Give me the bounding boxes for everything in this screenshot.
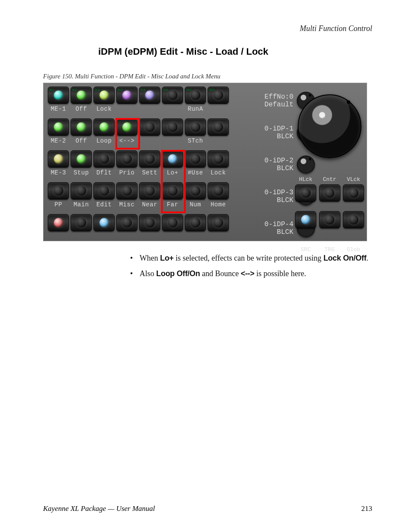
term: Lo+ bbox=[160, 254, 174, 262]
panel-button[interactable]: K6 bbox=[162, 87, 183, 104]
panel-button[interactable] bbox=[139, 118, 160, 136]
led-indicator bbox=[100, 218, 109, 227]
panel-button[interactable] bbox=[93, 150, 115, 168]
panel-button[interactable] bbox=[208, 118, 229, 136]
led-indicator bbox=[191, 186, 200, 196]
panel-button[interactable] bbox=[185, 182, 206, 199]
button-label: Sett bbox=[139, 169, 160, 176]
text: When bbox=[140, 254, 160, 262]
panel-button[interactable] bbox=[71, 118, 92, 136]
led-indicator bbox=[214, 186, 223, 196]
led-indicator bbox=[77, 154, 86, 164]
panel-button[interactable] bbox=[162, 150, 183, 168]
key-tag: W1 bbox=[187, 88, 192, 92]
button-label: <--> bbox=[116, 137, 137, 144]
button-label: Lo+ bbox=[162, 169, 183, 176]
panel-button[interactable] bbox=[48, 182, 69, 199]
led-indicator bbox=[191, 154, 200, 164]
right-label: Cntr bbox=[319, 176, 340, 183]
panel-button[interactable] bbox=[71, 150, 92, 168]
panel-button[interactable]: W2 bbox=[208, 87, 229, 104]
panel-button[interactable] bbox=[48, 150, 69, 168]
panel-button[interactable] bbox=[71, 182, 92, 199]
led-indicator bbox=[214, 218, 223, 227]
panel-button[interactable] bbox=[185, 118, 206, 136]
text: . bbox=[366, 254, 368, 262]
key-tag: K5 bbox=[141, 88, 145, 92]
led-indicator bbox=[100, 122, 109, 132]
panel-row: ME-3StupDfltPrioSettLo+#UseLock bbox=[48, 150, 230, 182]
panel-button[interactable]: K1 bbox=[48, 87, 69, 104]
panel-button[interactable] bbox=[116, 150, 137, 168]
panel-button[interactable] bbox=[208, 214, 229, 231]
button-label bbox=[162, 137, 183, 144]
panel-button[interactable] bbox=[319, 184, 340, 202]
led-indicator bbox=[168, 186, 177, 196]
panel-button[interactable] bbox=[208, 182, 229, 199]
button-label: Prio bbox=[116, 169, 137, 176]
panel-button[interactable] bbox=[162, 182, 183, 199]
text: Also bbox=[140, 269, 156, 278]
panel-button[interactable] bbox=[139, 150, 160, 168]
led-indicator bbox=[77, 122, 86, 132]
panel-button[interactable] bbox=[162, 118, 183, 136]
button-label: Main bbox=[71, 201, 92, 208]
knob-label: EffNo:0Default bbox=[237, 93, 293, 109]
button-label: Lock bbox=[93, 106, 115, 112]
panel-button[interactable]: K2 bbox=[71, 87, 92, 104]
footer-book: Kayenne XL Package — User Manual bbox=[43, 504, 155, 513]
right-label: Glob bbox=[343, 246, 364, 253]
panel-button[interactable] bbox=[93, 214, 115, 231]
panel-button[interactable] bbox=[208, 150, 229, 168]
panel-button[interactable]: K5 bbox=[139, 87, 160, 104]
panel-button[interactable] bbox=[295, 211, 316, 228]
key-tag: K4 bbox=[118, 88, 122, 92]
knob-label: 0-iDP-2BLCK bbox=[237, 157, 293, 172]
panel-button[interactable] bbox=[139, 182, 160, 199]
led-indicator bbox=[191, 90, 200, 100]
panel-button[interactable] bbox=[116, 214, 137, 231]
control-panel-figure: K1K2K3K4K5K6W1W2ME-1OffLockRunAME-2OffLo… bbox=[43, 83, 367, 241]
panel-button[interactable] bbox=[48, 214, 69, 231]
key-tag: K3 bbox=[95, 88, 100, 92]
panel-button[interactable] bbox=[93, 182, 115, 199]
panel-button[interactable] bbox=[116, 182, 137, 199]
button-label: Stup bbox=[71, 169, 92, 176]
button-label bbox=[208, 137, 229, 144]
jog-wheel[interactable] bbox=[298, 94, 361, 158]
panel-row: PPMainEditMiscNearFarNumHome bbox=[48, 182, 230, 214]
panel-button[interactable]: W1 bbox=[185, 87, 206, 104]
panel-button[interactable] bbox=[48, 118, 69, 136]
panel-button[interactable] bbox=[71, 214, 92, 231]
panel-button[interactable] bbox=[319, 211, 340, 228]
led-indicator bbox=[54, 122, 63, 132]
panel-button[interactable] bbox=[93, 118, 115, 136]
led-indicator bbox=[145, 186, 155, 196]
panel-button[interactable] bbox=[185, 150, 206, 168]
right-label: TRG bbox=[319, 246, 340, 253]
panel-button[interactable] bbox=[343, 211, 364, 228]
button-label: Dflt bbox=[93, 169, 115, 176]
key-tag: W2 bbox=[209, 88, 215, 92]
panel-button[interactable]: K3 bbox=[93, 87, 115, 104]
panel-row: K1K2K3K4K5K6W1W2ME-1OffLockRunA bbox=[48, 87, 230, 118]
led-indicator bbox=[325, 215, 334, 224]
section-title: iDPM (eDPM) Edit - Misc - Load / Lock bbox=[98, 46, 372, 57]
panel-button[interactable] bbox=[162, 214, 183, 231]
panel-button[interactable] bbox=[295, 184, 316, 202]
panel-button[interactable] bbox=[343, 184, 364, 202]
panel-button[interactable] bbox=[185, 214, 206, 231]
panel-button[interactable] bbox=[139, 214, 160, 231]
button-label: Near bbox=[139, 201, 160, 208]
panel-button[interactable]: K4 bbox=[116, 87, 137, 104]
button-label: Misc bbox=[116, 201, 137, 208]
right-label: VLck bbox=[343, 176, 364, 183]
header-section: Multi Function Control bbox=[43, 24, 372, 33]
term: Loop Off/On bbox=[156, 269, 200, 278]
led-indicator bbox=[349, 188, 358, 198]
button-label: Edit bbox=[93, 201, 115, 208]
led-indicator bbox=[77, 90, 86, 100]
panel-row: ME-2OffLoop<-->STch bbox=[48, 118, 230, 150]
led-indicator bbox=[168, 122, 177, 132]
panel-button[interactable] bbox=[116, 118, 137, 136]
